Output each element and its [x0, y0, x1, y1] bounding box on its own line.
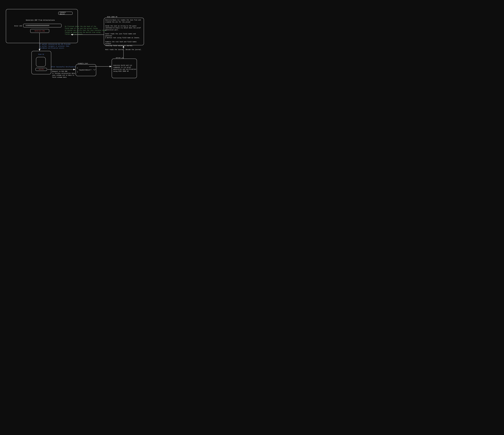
scan-qr-title: Scan Qr: [38, 53, 44, 55]
generate-zkp-label: Generate ZKp: [35, 30, 45, 32]
connect-wallet-label: Connect Wallet: [60, 12, 71, 15]
eas-request-text: Request to EAS SDK It fetches attestatio…: [52, 70, 77, 78]
risc-content: Host(src/main.rs) reades the Json file a…: [105, 19, 143, 51]
enter-uid-label: Enter UID: [14, 25, 22, 27]
generate-zkp-button[interactable]: Generate ZKp: [30, 29, 49, 33]
example-json-content: { "paymentAmount": "1" }: [77, 67, 96, 73]
wallet-condition-text: If wallet isConnected && UID Provider is…: [39, 43, 71, 49]
verify-label: Verify: [39, 69, 44, 70]
zkp-title: Generate ZKP from Attestations: [26, 19, 55, 21]
server-label: server.js: [116, 57, 123, 59]
qr-placeholder: [36, 57, 46, 67]
verify-button[interactable]: Verify: [36, 68, 47, 71]
server-content: executes build and run commands to run p…: [113, 64, 136, 72]
uid-input[interactable]: 0x00000000000000000000000000: [23, 24, 62, 27]
frontend-note: On frontend shows the sha hash of the fi…: [65, 26, 106, 35]
example-json-label: example.json: [78, 63, 88, 64]
risc-label: RISC ZERO VM: [107, 16, 117, 18]
after-verification-text: After Successful Verification: [51, 66, 76, 68]
connect-wallet-button[interactable]: Connect Wallet: [58, 12, 72, 15]
uid-value: 0x00000000000000000000000000: [26, 25, 49, 26]
